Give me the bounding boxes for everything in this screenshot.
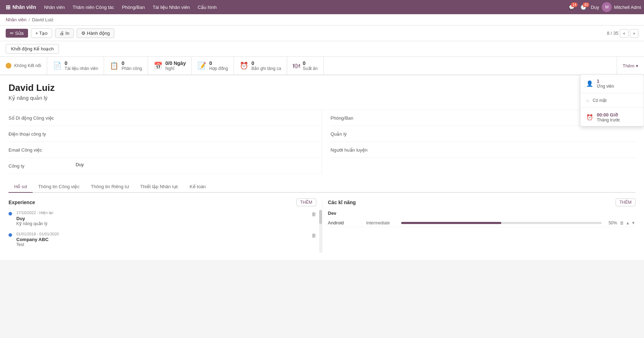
skill-bar-bg-android: [401, 222, 602, 224]
sb-leave[interactable]: 📅 0/0 Ngày Nghỉ: [148, 57, 192, 75]
nav-cauhinh[interactable]: Cấu hình: [194, 2, 220, 12]
sb-connection[interactable]: Không Kết nối: [0, 57, 47, 75]
skills-header: Các kĩ năng THÊM: [328, 198, 636, 206]
plan-bar: Khởi động Kế hoạch: [0, 41, 644, 57]
tab-congviec[interactable]: Thông tin Công việc: [33, 181, 85, 193]
exp-delete-0[interactable]: 🗑: [311, 211, 316, 217]
employee-name: David Luiz: [9, 82, 635, 93]
label-email: Email Công việc: [9, 147, 72, 153]
action-button[interactable]: ⚙ Hành động: [77, 28, 114, 38]
experience-add-btn[interactable]: THÊM: [296, 198, 316, 206]
breadcrumb-parent[interactable]: Nhân viên: [6, 17, 27, 22]
action-bar: ✏ Sửa + Tạo 🖨 In ⚙ Hành động 8 / 35 ‹ ›: [0, 26, 644, 41]
label-manager: Quản lý: [331, 131, 394, 137]
sb-meal[interactable]: 🍽 0 Suất ăn: [287, 57, 324, 75]
grid-icon: ⊞: [6, 4, 10, 11]
value-company[interactable]: Duy: [72, 161, 322, 171]
plan-button[interactable]: Khởi động Kế hoạch: [6, 44, 59, 54]
tab-ketoan[interactable]: Kế toán: [184, 181, 212, 193]
breadcrumb: Nhân viên / David Luiz: [0, 14, 644, 26]
sb-more-label: Thêm: [623, 63, 634, 69]
timeline-dot-1: [9, 233, 12, 237]
activity-btn[interactable]: 🕐 40: [579, 3, 588, 11]
skill-bar-fill-android: [401, 222, 502, 224]
edit-button[interactable]: ✏ Sửa: [6, 29, 28, 38]
timeline-dot-0: [9, 212, 12, 216]
create-button[interactable]: + Tạo: [31, 28, 52, 38]
nav-nhanvien[interactable]: Nhân viên: [40, 2, 69, 12]
tab-content: Experience THÊM 17/10/2022 - Hiện tại Du…: [9, 198, 635, 253]
skill-actions-android: 🗑 ▲ ▼: [620, 220, 635, 225]
exp-date-0: 17/10/2022 - Hiện tại: [16, 211, 307, 215]
tab-hoso[interactable]: Hồ sơ: [9, 181, 33, 193]
dd-attendance[interactable]: ○ Có mặt: [580, 94, 644, 107]
employee-subtitle: Kỹ năng quản lý: [9, 95, 635, 101]
dd-applicant[interactable]: 👤 1 Ứng viên ➜: [580, 75, 644, 92]
label-coach: Người huấn luyện: [331, 147, 394, 153]
exp-date-1: 01/01/2018 - 01/01/2020: [16, 232, 307, 236]
tab-nhanluc[interactable]: Thiết lập Nhân lực: [135, 181, 184, 193]
sb-assign[interactable]: 📋 0 Phân công: [104, 57, 148, 75]
sb-docs[interactable]: 📄 0 Tài liệu nhân viên: [47, 57, 104, 75]
connection-dot-icon: [6, 63, 11, 69]
meal-icon: 🍽: [293, 62, 300, 70]
label-phone: Điện thoại công ty: [9, 131, 72, 137]
form-row-phone: Điện thoại công ty: [9, 126, 322, 142]
dd-overtime2[interactable]: ⏰ 00:00 Giờ Tháng trước: [580, 109, 644, 126]
form-row-email: Email Công việc: [9, 142, 322, 158]
chevron-down-icon: ▾: [636, 63, 638, 69]
sb-connection-label: Không Kết nối: [14, 63, 41, 68]
skill-arrow-down-android[interactable]: ▼: [631, 220, 635, 225]
scroll-track[interactable]: [319, 210, 322, 253]
applicant-icon: 👤: [586, 80, 593, 87]
skills-add-btn[interactable]: THÊM: [616, 198, 635, 206]
sb-overtime[interactable]: ⏰ 0 Bản ghi tăng ca: [234, 57, 287, 75]
value-coach[interactable]: [394, 145, 635, 155]
app-brand[interactable]: ⊞ Nhân viên: [3, 4, 39, 11]
scroll-thumb: [319, 210, 322, 224]
assign-icon: 📋: [110, 61, 119, 70]
user2-section[interactable]: M Mitchell Admi: [602, 2, 641, 12]
user2-name: Mitchell Admi: [614, 5, 641, 10]
skill-arrow-up-android[interactable]: ▲: [626, 220, 630, 225]
value-manager[interactable]: [394, 129, 635, 139]
notification-btn[interactable]: 💬 14: [567, 3, 576, 11]
dropdown-divider-2: [580, 108, 644, 108]
nav-thamniencong[interactable]: Thâm niên Công tác: [69, 2, 118, 12]
pager-prev[interactable]: ‹: [620, 29, 628, 38]
value-email[interactable]: [72, 145, 322, 155]
label-dept: Phòng/Ban: [331, 115, 394, 121]
dropdown-divider-1: [580, 93, 644, 93]
sb-more-btn[interactable]: Thêm ▾ 👤 1 Ứng viên ➜ ○ Có mặt: [617, 57, 644, 75]
form-row-manager: Quản lý: [331, 126, 635, 142]
pager-next[interactable]: ›: [630, 29, 638, 38]
more-dropdown: 👤 1 Ứng viên ➜ ○ Có mặt ⏰: [580, 75, 644, 126]
nav-phongban[interactable]: Phòng/Ban: [119, 2, 148, 12]
experience-item-1: 01/01/2018 - 01/01/2020 Company ABC Test…: [9, 232, 316, 247]
breadcrumb-sep: /: [29, 17, 30, 22]
navbar: ⊞ Nhân viên Nhân viên Thâm niên Công tác…: [0, 0, 644, 14]
value-phone[interactable]: [72, 129, 322, 139]
form-row-mobile: Số Di động Công việc: [9, 110, 322, 126]
print-button[interactable]: 🖨 In: [55, 28, 74, 38]
skill-delete-android[interactable]: 🗑: [620, 220, 624, 225]
form-row-coach: Người huấn luyện: [331, 142, 635, 158]
exp-delete-1[interactable]: 🗑: [311, 233, 316, 238]
notification-badge: 14: [571, 2, 578, 7]
experience-title: Experience: [9, 200, 35, 205]
user-avatar: M: [602, 2, 612, 12]
skills-section: Các kĩ năng THÊM Dev Android Intermediat…: [322, 198, 636, 253]
skill-category-0: Dev: [328, 211, 636, 216]
attendance-icon: ○: [586, 98, 589, 103]
sb-contract[interactable]: 📝 0 Hợp đồng: [192, 57, 234, 75]
value-mobile[interactable]: [72, 113, 322, 123]
tab-riengtu[interactable]: Thông tin Riêng tư: [85, 181, 135, 193]
app-name: Nhân viên: [12, 4, 36, 10]
label-company: Công ty: [9, 163, 72, 169]
exp-role-0: Kỹ năng quản lý: [16, 221, 307, 226]
skill-name-android: Android: [328, 220, 364, 225]
nav-tailieu[interactable]: Tài liệu Nhân viên: [149, 2, 193, 12]
employee-form: Số Di động Công việc Điện thoại công ty …: [9, 110, 635, 174]
navbar-right: 💬 14 🕐 40 Duy M Mitchell Admi: [567, 2, 641, 12]
experience-item-0: 17/10/2022 - Hiện tại Duy Kỹ năng quản l…: [9, 211, 316, 226]
